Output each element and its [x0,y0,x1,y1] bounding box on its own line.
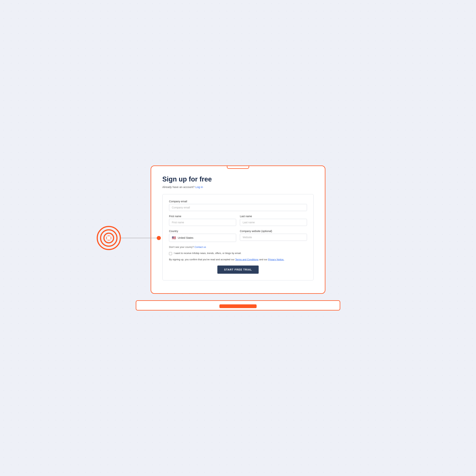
scene: Sign up for free Already have an account… [108,154,368,322]
last-name-label: Last name [240,215,307,218]
privacy-link[interactable]: Privacy Notice. [268,258,284,261]
company-email-group: Company email [169,200,307,211]
laptop-notch [227,166,249,169]
us-flag-icon: 🇺🇸 [172,236,176,240]
country-select[interactable]: 🇺🇸 United States [169,234,236,242]
brand-logo [97,226,121,250]
laptop-mockup: Sign up for free Already have an account… [136,166,340,310]
svg-rect-4 [107,236,111,240]
signup-form-card: Company email First name Last name [162,194,314,280]
name-row: First name Last name [169,215,307,226]
country-website-row: Country 🇺🇸 United States Company website… [169,230,307,242]
laptop-screen: Sign up for free Already have an account… [151,166,325,294]
company-website-input[interactable] [240,234,307,241]
country-label: Country [169,230,236,233]
last-name-group: Last name [240,215,307,226]
first-name-label: First name [169,215,236,218]
company-website-group: Company website (optional) [240,230,307,242]
screen-content: Sign up for free Already have an account… [151,166,325,293]
company-email-label: Company email [169,200,307,203]
start-free-trial-button[interactable]: START FREE TRIAL [217,266,259,274]
laptop-base-accent [220,304,256,308]
terms-text: By signing up, you confirm that you've r… [169,258,307,261]
terms-link[interactable]: Terms and Conditions [235,258,259,261]
newsletter-checkbox[interactable] [169,252,172,255]
newsletter-label: I want to receive Infobip news, trends, … [174,252,241,255]
connector-dot [157,236,161,240]
already-account-text: Already have an account? Log in [162,185,314,188]
laptop-base [136,300,340,310]
country-value: United States [178,236,193,239]
login-link[interactable]: Log in [195,185,203,188]
contact-us-link[interactable]: Contact us [194,246,206,248]
company-email-input[interactable] [169,204,307,211]
connector-line [121,238,158,238]
dont-see-country-text: Don't see your counry? Contact us [169,246,307,248]
first-name-input[interactable] [169,219,236,226]
country-group: Country 🇺🇸 United States [169,230,236,242]
signup-title: Sign up for free [162,175,314,183]
company-website-label: Company website (optional) [240,230,307,233]
first-name-group: First name [169,215,236,226]
last-name-input[interactable] [240,219,307,226]
newsletter-checkbox-row: I want to receive Infobip news, trends, … [169,252,307,255]
